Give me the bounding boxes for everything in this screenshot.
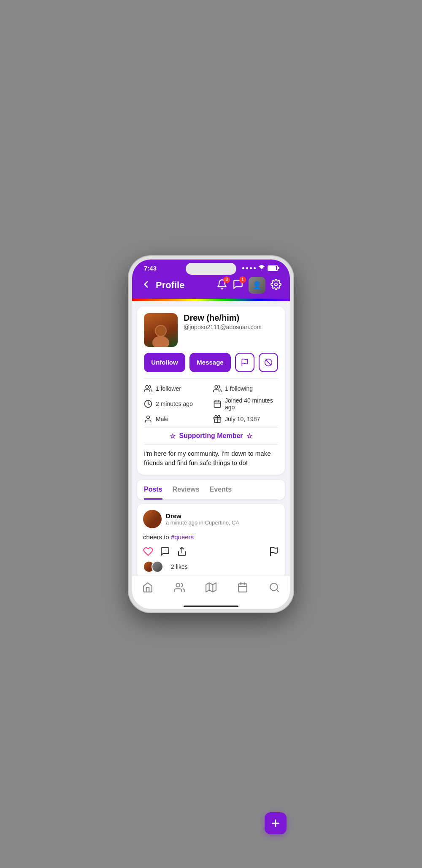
like-button[interactable] [143, 546, 153, 557]
tabs-section: Posts Reviews Events [137, 480, 285, 500]
nav-calendar-icon [237, 582, 248, 593]
notification-badge-2: 1 [239, 276, 246, 283]
nav-map[interactable] [200, 580, 222, 595]
svg-rect-26 [238, 584, 247, 592]
person-icon [144, 415, 152, 423]
calendar-icon [213, 400, 222, 408]
gender: Male [144, 415, 209, 423]
post-author-info: Drew a minute ago in Cupertino, CA [166, 512, 239, 526]
clock-icon [144, 400, 152, 408]
stats-grid: 1 follower 1 following 2 minutes ago Joi… [144, 384, 278, 423]
likes-avatars [143, 561, 163, 573]
home-icon [142, 582, 153, 593]
post-text: cheers to #queers [143, 533, 279, 541]
status-bar: 7:43 [132, 260, 290, 273]
comment-button[interactable] [160, 546, 170, 557]
flag-button[interactable] [235, 353, 254, 372]
avatar-image [148, 322, 173, 347]
header-icons: 3 1 👤 [216, 277, 281, 294]
notch [186, 263, 236, 275]
tab-events[interactable]: Events [210, 480, 232, 500]
follower-count: 1 follower [144, 384, 209, 393]
following-icon [213, 384, 222, 393]
post-flag-button[interactable] [269, 546, 279, 557]
post-likes: 2 likes [143, 561, 279, 573]
nav-calendar[interactable] [232, 580, 253, 595]
svg-line-7 [266, 360, 271, 365]
heart-icon [143, 546, 153, 557]
tab-reviews[interactable]: Reviews [173, 480, 200, 500]
svg-point-1 [275, 283, 278, 286]
block-button[interactable] [259, 353, 278, 372]
settings-button[interactable] [271, 279, 281, 292]
birthday: July 10, 1987 [213, 415, 278, 423]
people-icon [174, 582, 185, 593]
svg-line-31 [276, 589, 279, 592]
profile-avatar [144, 313, 178, 347]
like-avatar-2 [151, 561, 163, 573]
svg-point-9 [215, 385, 218, 388]
post-actions [143, 546, 279, 557]
post-hashtag[interactable]: #queers [171, 533, 194, 541]
profile-actions: Unfollow Message [144, 353, 278, 372]
svg-point-8 [146, 385, 149, 388]
last-active: 2 minutes ago [144, 397, 209, 411]
svg-point-15 [147, 416, 150, 419]
home-indicator [184, 606, 238, 607]
post-avatar [143, 510, 162, 528]
gift-icon [213, 415, 222, 423]
join-date: Joined 40 minutes ago [213, 397, 278, 411]
post-author-name: Drew [166, 512, 239, 519]
bottom-nav [132, 576, 290, 603]
wifi-icon [258, 265, 265, 271]
scroll-content[interactable]: Drew (he/him) @joposo2111@adosnan.com Un… [132, 301, 290, 576]
map-icon [206, 582, 216, 593]
search-icon [269, 582, 280, 593]
post-flag-icon [269, 546, 279, 557]
star-left: ☆ [170, 432, 176, 440]
svg-rect-11 [214, 401, 221, 407]
status-time: 7:43 [144, 265, 157, 272]
unfollow-button[interactable]: Unfollow [144, 353, 185, 372]
share-button[interactable] [177, 546, 187, 557]
tab-posts[interactable]: Posts [144, 480, 162, 500]
notification-bell-button[interactable]: 3 [216, 279, 227, 292]
nav-home[interactable] [137, 580, 158, 595]
profile-card: Drew (he/him) @joposo2111@adosnan.com Un… [137, 306, 285, 475]
profile-name: Drew (he/him) [184, 313, 278, 323]
svg-marker-23 [206, 583, 216, 592]
share-icon [177, 546, 187, 557]
profile-email: @joposo2111@adosnan.com [184, 324, 278, 330]
signal-dots [242, 267, 256, 269]
block-icon [264, 358, 273, 367]
post-card: Drew a minute ago in Cupertino, CA cheer… [137, 504, 285, 576]
likes-count: 2 likes [171, 563, 188, 570]
message-button[interactable]: Message [189, 353, 231, 372]
header: Profile 3 1 👤 [132, 273, 290, 299]
svg-point-22 [176, 583, 180, 587]
notification-badge-1: 3 [223, 276, 230, 283]
nav-people[interactable] [169, 580, 190, 595]
header-left: Profile [141, 279, 184, 292]
profile-info: Drew (he/him) @joposo2111@adosnan.com [184, 313, 278, 330]
following-count: 1 following [213, 384, 278, 393]
post-header: Drew a minute ago in Cupertino, CA [143, 510, 279, 528]
svg-point-4 [156, 326, 166, 336]
followers-icon [144, 384, 152, 393]
post-meta: a minute ago in Cupertino, CA [166, 519, 239, 526]
svg-point-3 [152, 336, 169, 347]
battery-icon [268, 265, 278, 271]
star-right: ☆ [246, 432, 252, 440]
nav-search[interactable] [264, 580, 285, 595]
back-button[interactable] [141, 279, 151, 292]
profile-bio: I'm here for my community. I'm down to m… [144, 449, 278, 468]
user-avatar-header[interactable]: 👤 [249, 277, 265, 294]
page-title: Profile [156, 280, 184, 291]
flag-icon [241, 358, 249, 367]
supporting-member: ☆ Supporting Member ☆ [144, 427, 278, 445]
comment-icon [160, 546, 170, 557]
profile-header: Drew (he/him) @joposo2111@adosnan.com [144, 313, 278, 347]
status-icons [242, 265, 278, 271]
message-bell-button[interactable]: 1 [233, 279, 243, 292]
svg-point-0 [261, 270, 262, 270]
